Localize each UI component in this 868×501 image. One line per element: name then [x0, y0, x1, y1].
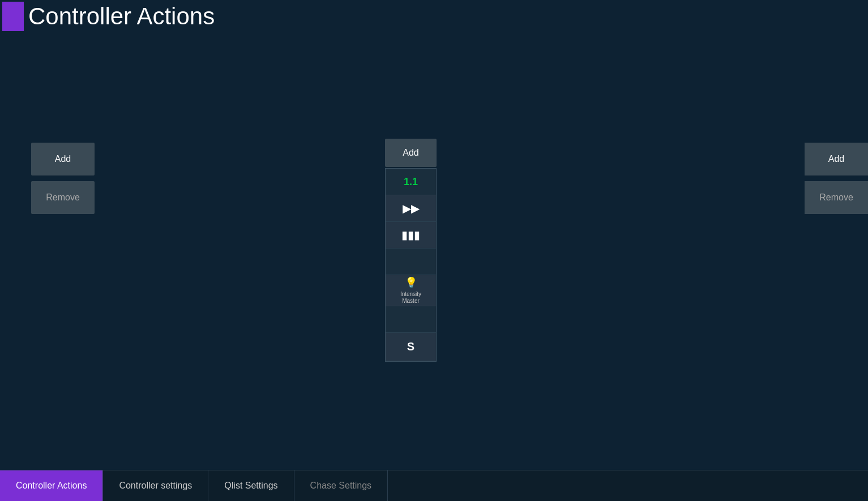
- right-controls: Add Remove: [805, 143, 868, 214]
- title-text: Controller Actions: [25, 3, 215, 30]
- tab-controller-settings[interactable]: Controller settings: [103, 470, 208, 501]
- left-controls: Add Remove: [31, 143, 95, 214]
- panel-number[interactable]: 1.1: [386, 169, 436, 195]
- panel-script[interactable]: S: [386, 333, 436, 361]
- tab-bar: Controller Actions Controller settings Q…: [0, 470, 868, 501]
- page-title: Controller Actions: [2, 2, 215, 31]
- panel-empty-1: [386, 249, 436, 275]
- bulb-icon: 💡: [405, 276, 417, 289]
- center-panel: 1.1 ▶▶ ▮▮▮ 💡 Intensity Master S: [385, 168, 437, 362]
- intensity-label: Intensity Master: [400, 291, 421, 305]
- tab-qlist-settings[interactable]: Qlist Settings: [208, 470, 294, 501]
- right-add-button[interactable]: Add: [805, 143, 868, 175]
- left-remove-button[interactable]: Remove: [31, 181, 95, 214]
- center-widget: Add 1.1 ▶▶ ▮▮▮ 💡 Intensity Master S: [385, 139, 437, 362]
- panel-play-pause[interactable]: ▮▮▮: [386, 222, 436, 249]
- title-accent: [2, 2, 24, 31]
- right-remove-button[interactable]: Remove: [805, 181, 868, 214]
- script-icon: S: [407, 340, 414, 353]
- panel-skip-forward[interactable]: ▶▶: [386, 195, 436, 222]
- panel-empty-2: [386, 306, 436, 333]
- tab-chase-settings[interactable]: Chase Settings: [294, 470, 388, 501]
- tab-controller-actions[interactable]: Controller Actions: [0, 470, 103, 501]
- left-add-button[interactable]: Add: [31, 143, 95, 175]
- panel-intensity-master[interactable]: 💡 Intensity Master: [386, 275, 436, 306]
- play-pause-icon: ▮▮▮: [401, 228, 420, 242]
- skip-forward-icon: ▶▶: [403, 202, 420, 215]
- center-add-button[interactable]: Add: [385, 139, 437, 167]
